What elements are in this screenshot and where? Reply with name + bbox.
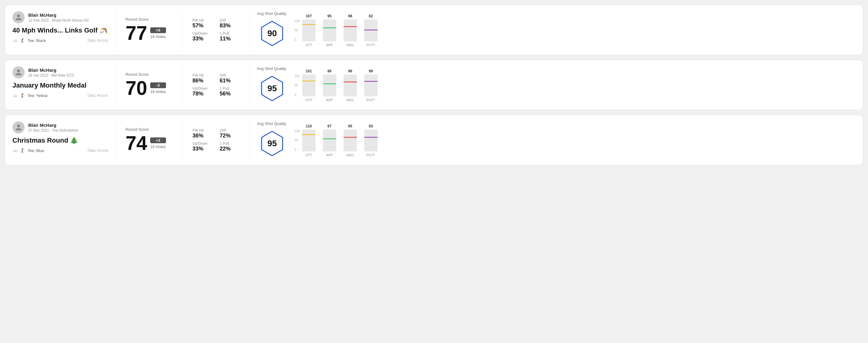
holes-text: 18 Holes	[150, 34, 166, 39]
bar-bg	[344, 20, 357, 41]
user-name: Blair McHarg	[28, 67, 74, 73]
avatar	[12, 66, 25, 79]
score-badge: +2	[150, 137, 166, 143]
chart-bar-arg: 96 ARG	[344, 74, 357, 96]
fw-hit-stat: FW Hit 36%	[192, 128, 213, 139]
score-badge: +5	[150, 27, 166, 33]
bar-label: OTT	[306, 98, 312, 102]
stats-grid: FW Hit 57% GIR 83% Up/Down 33% 1 Putt 11…	[192, 18, 240, 42]
stats-section: FW Hit 86% GIR 61% Up/Down 78% 1 Putt 56…	[183, 66, 250, 104]
left-section: Blair McHarg 12 Feb 2022 · Royal North D…	[12, 11, 116, 49]
quality-left: Avg Shot Quality 95	[257, 121, 287, 159]
gir-stat: GIR 61%	[220, 73, 240, 84]
bottom-row: ☁️ 🏌️ Tee: Black Data: Arccos	[12, 38, 108, 43]
bar-label: APP	[326, 43, 333, 47]
quality-section: Avg Shot Quality 95 100 50 0 110	[250, 121, 856, 159]
bar-bg	[344, 129, 357, 151]
bar-bg	[364, 129, 378, 151]
left-section: Blair McHarg 27 Dec 2021 · The Oxfordshi…	[12, 121, 116, 159]
bar-bg	[323, 129, 336, 151]
updown-value: 33%	[192, 36, 213, 42]
putt1-label: 1 Putt	[220, 142, 240, 146]
bar-value-app: 95	[328, 14, 331, 18]
gir-stat: GIR 72%	[220, 128, 240, 139]
fw-hit-value: 36%	[192, 132, 213, 139]
avatar	[12, 11, 25, 23]
quality-score: 95	[267, 84, 277, 93]
fw-hit-label: FW Hit	[192, 18, 213, 23]
bar-label: ARG	[347, 98, 354, 102]
bar-value-arg: 98	[348, 14, 352, 18]
bottom-row: ☁️ 🏌️ Tee: Blue Data: Arccos	[12, 148, 108, 153]
user-info: Blair McHarg 29 Jan 2022 · Mill Ride GCC	[12, 66, 108, 79]
data-source: Data: Arccos	[88, 148, 108, 153]
tee-info: ☁️ 🏌️ Tee: Black	[12, 38, 46, 43]
bar-value-ott: 110	[306, 124, 312, 128]
bag-icon: 🏌️	[20, 38, 25, 43]
bar-bg	[364, 20, 378, 41]
bar-bg	[344, 74, 357, 96]
score-number: 70	[126, 79, 147, 98]
fw-hit-label: FW Hit	[192, 128, 213, 132]
putt1-label: 1 Putt	[220, 86, 240, 91]
holes-text: 18 Holes	[150, 145, 166, 149]
score-section: Round Score 77 +5 18 Holes	[116, 11, 183, 49]
weather-icon: ☁️	[12, 93, 18, 98]
bar-label: ARG	[347, 43, 354, 47]
quality-section: Avg Shot Quality 95 100 50 0 101	[250, 66, 856, 104]
bar-value-app: 87	[328, 124, 331, 128]
bar-marker	[323, 138, 336, 139]
user-name: Blair McHarg	[28, 12, 89, 18]
tee-label: Tee: Blue	[28, 148, 44, 153]
user-info: Blair McHarg 12 Feb 2022 · Royal North D…	[12, 11, 108, 23]
user-details: Blair McHarg 29 Jan 2022 · Mill Ride GCC	[28, 67, 74, 77]
bar-label: OTT	[306, 43, 312, 47]
y-axis-min: 0	[294, 148, 300, 151]
quality-left: Avg Shot Quality 90	[257, 11, 287, 49]
round-card-round3: Blair McHarg 27 Dec 2021 · The Oxfordshi…	[5, 115, 863, 165]
fw-hit-value: 57%	[192, 23, 213, 29]
chart-bar-arg: 98 ARG	[344, 20, 357, 41]
round-title: 40 Mph Winds... Links Golf 🪃	[12, 27, 108, 34]
data-source: Data: Arccos	[88, 93, 108, 98]
chart-section: 100 50 0 110 OTT 87 APP	[294, 123, 848, 157]
bar-label: APP	[326, 98, 333, 102]
bar-label: APP	[326, 153, 333, 157]
y-axis-max: 100	[294, 129, 300, 133]
bottom-row: ☁️ 🏌️ Tee: Yellow Data: Arccos	[12, 93, 108, 98]
chart-bar-ott: 110 OTT	[302, 129, 316, 151]
bar-bg	[364, 74, 378, 96]
bar-bg	[323, 20, 336, 41]
stats-section: FW Hit 36% GIR 72% Up/Down 33% 1 Putt 22…	[183, 121, 250, 159]
y-axis-min: 0	[294, 38, 300, 41]
updown-stat: Up/Down 33%	[192, 31, 213, 42]
chart-bar-ott: 101 OTT	[302, 74, 316, 96]
y-axis-max: 100	[294, 20, 300, 23]
round-title: January Monthly Medal	[12, 82, 108, 89]
tee-label: Tee: Yellow	[28, 93, 48, 98]
updown-stat: Up/Down 78%	[192, 86, 213, 97]
gir-label: GIR	[220, 128, 240, 132]
chart-bar-putt: 93 PUTT	[364, 129, 378, 151]
bar-marker	[302, 24, 316, 25]
tee-info: ☁️ 🏌️ Tee: Blue	[12, 148, 44, 153]
bar-value-arg: 95	[348, 124, 352, 128]
quality-score: 95	[267, 139, 277, 148]
bar-label: PUTT	[366, 98, 375, 102]
bar-label: PUTT	[366, 153, 375, 157]
updown-value: 33%	[192, 146, 213, 152]
left-section: Blair McHarg 29 Jan 2022 · Mill Ride GCC…	[12, 66, 116, 104]
fw-hit-label: FW Hit	[192, 73, 213, 77]
gir-stat: GIR 83%	[220, 18, 240, 29]
y-axis-mid: 50	[294, 29, 300, 32]
bar-marker	[344, 26, 357, 27]
updown-label: Up/Down	[192, 31, 213, 36]
round-score-label: Round Score	[126, 127, 173, 132]
round-card-round2: Blair McHarg 29 Jan 2022 · Mill Ride GCC…	[5, 60, 863, 110]
round-score-label: Round Score	[126, 72, 173, 76]
data-source: Data: Arccos	[88, 38, 108, 42]
updown-label: Up/Down	[192, 86, 213, 91]
bar-value-putt: 99	[369, 69, 373, 73]
score-detail: +2 18 Holes	[150, 137, 166, 149]
updown-label: Up/Down	[192, 142, 213, 146]
